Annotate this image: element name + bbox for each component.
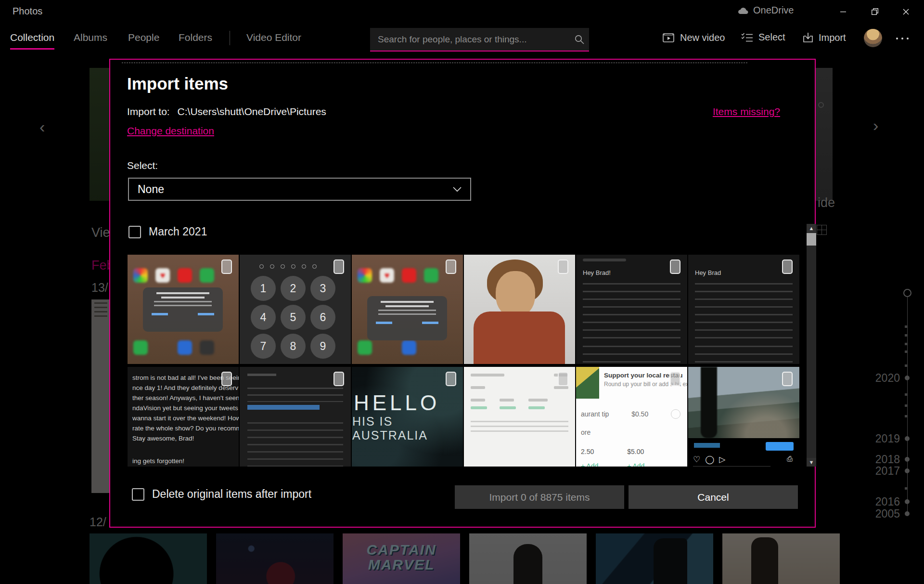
search-box[interactable]	[370, 28, 589, 52]
thumbnail-iphone-trust-dialog[interactable]	[352, 255, 463, 364]
passcode-dots	[240, 264, 336, 269]
thumbnail-message-screenshot[interactable]: Hey Brad!	[576, 255, 687, 364]
select-dropdown-value: None	[138, 183, 453, 196]
grid-scrollbar[interactable]: ▲ ▼	[807, 224, 816, 467]
keypad-digit: 8	[281, 334, 306, 359]
app-icon	[424, 268, 438, 283]
delete-original-label: Delete original items after import	[152, 488, 311, 501]
tab-video-editor[interactable]: Video Editor	[246, 32, 301, 48]
australia-text: HIS IS AUSTRALIA	[352, 415, 463, 442]
tab-folders[interactable]: Folders	[179, 32, 212, 48]
import-label: Import	[819, 32, 846, 43]
thumbnail-restaurant-tip[interactable]: Support your local restau Round up your …	[576, 367, 687, 467]
tab-albums[interactable]: Albums	[74, 32, 107, 48]
new-video-button[interactable]: New video	[663, 32, 725, 43]
change-destination-link[interactable]: Change destination	[127, 125, 214, 137]
email-meta-bar	[247, 374, 276, 376]
keypad-digit: 1	[251, 276, 276, 301]
thumbnail-checkbox[interactable]	[670, 260, 680, 274]
thumbnail-passcode-screen[interactable]: 1 2 3 4 5 6 7 8 9	[240, 255, 351, 364]
thumbnail-checkbox[interactable]	[782, 260, 793, 274]
hello-text: HELLO	[354, 391, 463, 415]
select-label: Select	[758, 32, 785, 43]
thumbnail-checkbox[interactable]	[446, 260, 456, 274]
tip-toggle	[671, 409, 680, 419]
select-dropdown-label: Select:	[127, 160, 158, 171]
thumbnail-checkbox[interactable]	[670, 372, 680, 386]
chevron-down-icon	[453, 187, 462, 192]
ios-trust-popup	[367, 296, 447, 340]
app-navigation: Collection Albums People Folders Video E…	[0, 27, 924, 54]
dialog-title: Import items	[127, 74, 228, 93]
thumbnail-hello-australia[interactable]: HELLO HIS IS AUSTRALIA	[352, 367, 463, 467]
app-icon	[380, 268, 394, 283]
tab-people[interactable]: People	[128, 32, 159, 48]
bookmark-icon: ⎙	[787, 454, 793, 463]
month-checkbox[interactable]	[128, 226, 141, 238]
import-items-button[interactable]: Import 0 of 8875 items	[455, 485, 624, 509]
keypad-digit: 2	[281, 276, 306, 301]
app-icon	[200, 340, 214, 355]
account-avatar[interactable]	[864, 29, 882, 47]
thumbnail-checkbox[interactable]	[221, 260, 232, 274]
thumbnail-checkbox[interactable]	[334, 260, 344, 274]
thumbnail-landscape-post[interactable]: ♡◯▷ ⎙	[688, 367, 799, 467]
see-more-button[interactable]	[896, 38, 909, 39]
restaurant-photo	[576, 367, 599, 399]
scrollbar-up-button[interactable]: ▲	[807, 224, 816, 233]
tab-collection[interactable]: Collection	[10, 32, 54, 50]
close-button[interactable]	[895, 4, 916, 19]
text-line: wanna start it over the weekend! How w	[132, 413, 239, 423]
select-dropdown[interactable]: None	[128, 178, 471, 201]
tip-more-label: ore	[581, 428, 590, 436]
thumbnail-email-screenshot[interactable]	[240, 367, 351, 467]
chat-header-bar	[583, 259, 626, 261]
thumbnail-portrait-photo[interactable]	[464, 255, 575, 364]
focus-outline	[122, 63, 747, 63]
tip-row-label: aurant tip	[581, 410, 609, 418]
delete-original-row: Delete original items after import	[132, 488, 311, 501]
thumbnail-text-screenshot[interactable]: strom is not bad at all! I've been seein…	[128, 367, 239, 467]
title-bar: Photos OneDrive	[0, 0, 924, 23]
passcode-keypad: 1 2 3 4 5 6 7 8 9	[251, 276, 335, 359]
scrollbar-down-button[interactable]: ▼	[807, 458, 816, 467]
scrollbar-thumb[interactable]	[807, 233, 816, 246]
blurred-text-lines	[695, 283, 793, 341]
thumbnail-checkbox[interactable]	[221, 372, 232, 386]
thumbnail-message-screenshot[interactable]: Hey Brad	[688, 255, 799, 364]
onedrive-label: OneDrive	[753, 5, 794, 16]
select-button[interactable]: Select	[741, 32, 785, 43]
minimize-button[interactable]	[833, 4, 854, 19]
keypad-digit: 9	[310, 334, 335, 359]
search-input[interactable]	[370, 34, 570, 45]
maximize-button[interactable]	[864, 4, 886, 19]
new-video-label: New video	[680, 32, 725, 43]
app-icon	[133, 268, 148, 283]
thumbnail-checkbox[interactable]	[782, 372, 793, 386]
month-group-header: March 2021	[128, 225, 207, 238]
cancel-button[interactable]: Cancel	[629, 485, 798, 509]
add-tip-label: + Add	[581, 462, 598, 467]
blurred-text-lines	[695, 346, 793, 364]
text-line: ndaVision yet but seeing your tweets ma	[132, 403, 239, 413]
search-icon[interactable]	[570, 34, 589, 45]
onedrive-status[interactable]: OneDrive	[737, 5, 794, 16]
items-missing-link[interactable]: Items missing?	[713, 106, 780, 117]
thumbnail-tip-receipt[interactable]	[464, 367, 575, 467]
email-link-bar	[247, 405, 320, 410]
thumbnail-checkbox[interactable]	[334, 372, 344, 386]
app-icon	[358, 268, 372, 283]
thumbnail-checkbox[interactable]	[558, 260, 568, 274]
keypad-digit: 6	[310, 305, 335, 330]
onedrive-cloud-icon	[737, 7, 749, 14]
import-button[interactable]: Import	[802, 32, 846, 43]
blurred-text-lines	[471, 421, 568, 432]
thumbnail-checkbox[interactable]	[558, 372, 568, 386]
keypad-digit: 7	[251, 334, 276, 359]
thumbnail-checkbox[interactable]	[446, 372, 456, 386]
follow-button-chip	[766, 442, 794, 451]
new-video-icon	[663, 32, 675, 43]
delete-original-checkbox[interactable]	[132, 488, 144, 501]
thumbnail-grid: 1 2 3 4 5 6 7 8 9	[128, 255, 800, 467]
thumbnail-iphone-allow-dialog[interactable]	[128, 255, 239, 364]
